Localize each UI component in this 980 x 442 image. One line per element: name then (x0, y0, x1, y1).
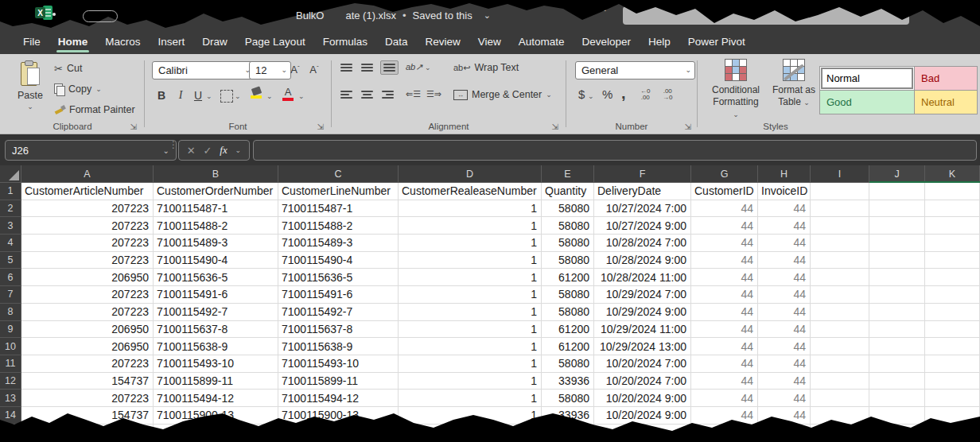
cell-C1[interactable]: CustomerLineNumber (278, 183, 399, 200)
cell-C13[interactable]: 7100115494-12 (278, 390, 399, 407)
cell-C9[interactable]: 7100115637-8 (278, 321, 399, 339)
cell-K13[interactable] (925, 390, 980, 407)
cell-I13[interactable] (811, 390, 869, 407)
cell-G4[interactable]: 44 (691, 235, 758, 252)
cell-A4[interactable]: 207223 (21, 235, 154, 252)
cell-K5[interactable] (925, 252, 980, 269)
cell-E1[interactable]: Quantity (542, 183, 594, 200)
tab-data[interactable]: Data (376, 32, 417, 54)
cell-E5[interactable]: 58080 (542, 252, 594, 269)
tab-power-pivot[interactable]: Power Pivot (679, 32, 754, 54)
copy-button[interactable]: Copy ⌄ (54, 81, 102, 97)
font-color-button[interactable]: A (282, 87, 294, 101)
cell-J10[interactable] (869, 338, 925, 355)
italic-button[interactable]: I (173, 87, 189, 103)
cell-H11[interactable]: 44 (758, 355, 811, 373)
paste-button[interactable]: Paste ⌄ (10, 59, 51, 118)
fill-color-button[interactable] (251, 87, 262, 99)
cell-H5[interactable]: 44 (758, 252, 811, 269)
cell-G5[interactable]: 44 (691, 252, 758, 269)
font-size-select[interactable]: 12 ⌄ (249, 61, 291, 79)
borders-icon[interactable] (220, 90, 233, 103)
autosave-toggle[interactable] (83, 10, 118, 22)
cell-J6[interactable] (869, 269, 925, 286)
cell-C4[interactable]: 7100115489-3 (278, 235, 399, 252)
align-right-button[interactable] (382, 91, 394, 99)
cell-H7[interactable]: 44 (758, 286, 811, 304)
cell-G7[interactable]: 44 (691, 286, 758, 304)
number-dialog-launcher[interactable]: ⇲ (685, 122, 691, 131)
formula-bar-grip[interactable]: ⋮ (169, 143, 178, 147)
align-center-button[interactable] (361, 91, 373, 99)
cell-D5[interactable]: 1 (399, 252, 542, 269)
cell-B11[interactable]: 7100115493-10 (154, 355, 278, 373)
cell-C12[interactable]: 7100115899-11 (278, 373, 399, 390)
tab-home[interactable]: Home (49, 32, 97, 54)
cell-J4[interactable] (869, 235, 925, 252)
cell-B7[interactable]: 7100115491-6 (154, 286, 278, 304)
enter-icon[interactable]: ✓ (204, 145, 212, 157)
cell-C2[interactable]: 7100115487-1 (278, 200, 399, 218)
cell-E4[interactable]: 58080 (542, 235, 594, 252)
row-header-13[interactable]: 13 (0, 390, 21, 407)
underline-chevron-icon[interactable]: ⌄ (206, 93, 212, 100)
comma-icon[interactable]: , (621, 84, 626, 103)
cell-F13[interactable]: 10/20/2024 9:00 (594, 390, 691, 407)
row-header-8[interactable]: 8 (0, 304, 21, 321)
cancel-icon[interactable]: ✕ (187, 145, 196, 157)
cell-H1[interactable]: InvoiceID (758, 183, 811, 200)
row-header-6[interactable]: 6 (0, 269, 21, 286)
cell-A10[interactable]: 206950 (21, 338, 154, 355)
column-header-h[interactable]: H (758, 165, 811, 183)
cell-A1[interactable]: CustomerArticleNumber (21, 183, 154, 200)
cell-E12[interactable]: 33936 (542, 373, 594, 390)
cell-D13[interactable]: 1 (399, 390, 542, 407)
font-dialog-launcher[interactable]: ⇲ (317, 122, 324, 131)
cell-B8[interactable]: 7100115492-7 (154, 304, 278, 321)
cell-A6[interactable]: 206950 (21, 269, 154, 286)
cell-H13[interactable]: 44 (758, 390, 811, 407)
tab-developer[interactable]: Developer (574, 32, 640, 54)
cell-E11[interactable]: 58080 (542, 355, 594, 373)
percent-icon[interactable]: % (602, 87, 612, 101)
tab-help[interactable]: Help (640, 32, 679, 54)
cell-D4[interactable]: 1 (399, 235, 542, 252)
cell-I5[interactable] (811, 252, 869, 269)
tab-draw[interactable]: Draw (193, 32, 236, 54)
select-all-button[interactable] (0, 165, 21, 183)
cell-K12[interactable] (925, 373, 980, 390)
column-header-d[interactable]: D (399, 165, 542, 183)
tab-insert[interactable]: Insert (150, 32, 194, 54)
increase-font-size-button[interactable]: Aˆ (287, 61, 303, 77)
cut-button[interactable]: ✂ Cut (54, 60, 82, 76)
cell-C7[interactable]: 7100115491-6 (278, 286, 399, 304)
cell-A13[interactable]: 207223 (21, 390, 154, 407)
cell-H12[interactable]: 44 (758, 373, 811, 390)
cell-E8[interactable]: 58080 (542, 304, 594, 321)
cell-A3[interactable]: 207223 (21, 217, 154, 235)
cell-I9[interactable] (811, 321, 869, 339)
cell-E7[interactable]: 58080 (542, 286, 594, 304)
cell-B6[interactable]: 7100115636-5 (154, 269, 278, 286)
cell-J8[interactable] (869, 304, 925, 321)
cell-F2[interactable]: 10/27/2024 7:00 (594, 200, 691, 218)
cell-I10[interactable] (811, 338, 869, 355)
fill-color-chevron-icon[interactable]: ⌄ (266, 93, 273, 100)
cell-J3[interactable] (869, 217, 925, 235)
font-color-chevron-icon[interactable]: ⌄ (298, 93, 305, 100)
cell-K4[interactable] (925, 235, 980, 252)
align-left-button[interactable] (340, 91, 352, 99)
cell-G8[interactable]: 44 (691, 304, 758, 321)
wrap-text-button[interactable]: ab↩ Wrap Text (453, 62, 519, 73)
column-header-c[interactable]: C (278, 165, 399, 183)
decrease-decimal-icon[interactable]: .00 →0 (663, 88, 672, 101)
cell-G12[interactable]: 44 (691, 373, 758, 390)
cell-F11[interactable]: 10/20/2024 7:00 (594, 355, 691, 373)
cell-G11[interactable]: 44 (691, 355, 758, 373)
column-header-g[interactable]: G (691, 165, 758, 183)
row-header-3[interactable]: 3 (0, 217, 21, 235)
tab-view[interactable]: View (469, 32, 510, 54)
cell-F7[interactable]: 10/29/2024 7:00 (594, 286, 691, 304)
cell-E13[interactable]: 58080 (542, 390, 594, 407)
cell-C11[interactable]: 7100115493-10 (278, 355, 399, 373)
